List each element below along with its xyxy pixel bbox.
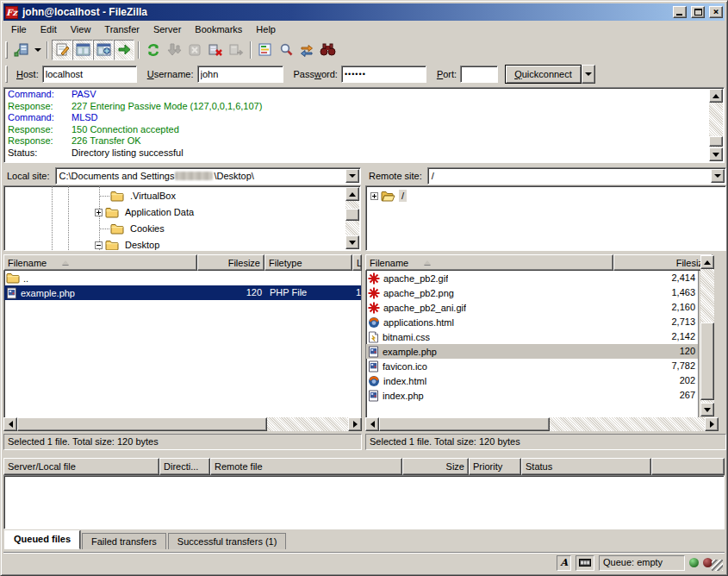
file-row-selected[interactable]: example.php 120 PHP File 1 xyxy=(4,285,361,300)
quickconnect-grip[interactable] xyxy=(5,66,8,83)
filter-button[interactable] xyxy=(255,40,276,60)
remote-path-combo[interactable]: / xyxy=(427,167,726,185)
find-files-button[interactable] xyxy=(317,40,338,60)
minimize-button[interactable] xyxy=(673,6,687,18)
tree-item-virtualbox[interactable]: .VirtualBox xyxy=(99,188,178,203)
menu-view[interactable]: View xyxy=(64,22,98,36)
tab-queued-files[interactable]: Queued files xyxy=(4,530,80,549)
remote-hscrollbar[interactable] xyxy=(365,417,719,431)
file-row[interactable]: favicon.ico 7,782 xyxy=(366,359,698,373)
column-header-priority[interactable]: Priority xyxy=(469,458,521,475)
local-hscrollbar[interactable] xyxy=(3,417,362,431)
disconnect-button[interactable] xyxy=(205,40,226,60)
scroll-left-button[interactable] xyxy=(365,417,379,431)
tree-item-application-data[interactable]: Application Data xyxy=(95,204,196,220)
file-row-selected[interactable]: example.php 120 xyxy=(366,344,698,359)
log-scrollbar-thumb[interactable] xyxy=(709,136,723,147)
column-header-lastmodified[interactable]: L xyxy=(352,254,362,271)
column-header-status[interactable]: Status xyxy=(521,458,651,475)
scroll-up-button[interactable] xyxy=(700,255,714,269)
combo-dropdown-button[interactable] xyxy=(345,169,359,183)
cancel-button[interactable] xyxy=(184,40,205,60)
resize-grip[interactable] xyxy=(712,560,723,571)
username-input[interactable] xyxy=(197,66,283,83)
expand-plus-icon[interactable] xyxy=(370,192,378,200)
file-row[interactable]: bitnami.css 2,142 xyxy=(366,329,698,344)
local-path-combo[interactable]: C:\Documents and Settings\Desktop\ xyxy=(55,167,361,185)
local-site-label: Local site: xyxy=(3,168,55,184)
synchronized-browsing-button[interactable] xyxy=(296,40,317,60)
tree-item-cookies[interactable]: Cookies xyxy=(99,221,167,236)
file-row[interactable]: applications.html 2,713 xyxy=(366,315,698,329)
column-header-size[interactable]: Size xyxy=(402,458,469,475)
site-manager-button[interactable] xyxy=(11,40,32,60)
tree-item-root[interactable]: / xyxy=(370,188,407,203)
host-input[interactable] xyxy=(42,66,137,83)
file-row[interactable]: index.php 267 xyxy=(366,388,698,403)
scroll-down-button[interactable] xyxy=(709,147,723,161)
menu-file[interactable]: File xyxy=(4,22,34,36)
menu-server[interactable]: Server xyxy=(146,22,188,36)
close-button[interactable]: × xyxy=(709,6,723,18)
reconnect-button[interactable] xyxy=(226,40,246,60)
tree-item-desktop[interactable]: Desktop xyxy=(95,237,162,251)
expand-plus-icon[interactable] xyxy=(95,209,103,216)
scroll-right-button[interactable] xyxy=(348,417,362,431)
scroll-left-button[interactable] xyxy=(3,417,17,431)
scroll-right-button[interactable] xyxy=(705,417,719,431)
file-size: 120 xyxy=(614,344,695,359)
remote-vscrollbar[interactable] xyxy=(700,255,714,416)
toggle-log-button[interactable] xyxy=(52,40,72,60)
tab-successful-transfers[interactable]: Successful transfers (1) xyxy=(168,533,287,549)
data-type-indicator[interactable]: A xyxy=(557,555,571,571)
directory-comparison-button[interactable] xyxy=(276,40,296,60)
collapse-minus-icon[interactable] xyxy=(95,241,103,249)
toolbar-grip[interactable] xyxy=(5,41,8,59)
column-header-filesize[interactable]: Filesize xyxy=(613,254,712,271)
toggle-local-tree-button[interactable] xyxy=(72,40,93,60)
message-log: Command:PASV Response:227 Entering Passi… xyxy=(3,87,725,163)
queue-list xyxy=(3,475,725,529)
arrow-right-icon xyxy=(353,421,358,428)
remote-hscrollbar-thumb[interactable] xyxy=(379,417,550,431)
remote-vscrollbar-thumb[interactable] xyxy=(700,322,714,400)
scroll-up-button[interactable] xyxy=(709,89,723,103)
column-header-filetype[interactable]: Filetype xyxy=(264,254,352,271)
ascii-type-icon: A xyxy=(560,557,568,568)
toolbar-separator xyxy=(138,41,140,59)
local-tree-scrollbar-thumb[interactable] xyxy=(345,209,359,221)
speed-limit-indicator[interactable] xyxy=(576,555,594,571)
scroll-down-button[interactable] xyxy=(345,235,359,249)
quickconnect-dropdown-button[interactable] xyxy=(582,65,595,84)
menu-transfer[interactable]: Transfer xyxy=(97,22,146,36)
scroll-up-button[interactable] xyxy=(345,187,359,201)
toggle-queue-button[interactable] xyxy=(114,40,134,60)
scroll-down-button[interactable] xyxy=(700,403,714,416)
menu-bookmarks[interactable]: Bookmarks xyxy=(188,22,249,36)
process-queue-button[interactable] xyxy=(164,40,184,60)
column-header-server-local-file[interactable]: Server/Local file xyxy=(3,458,159,475)
file-row[interactable]: apache_pb2.gif 2,414 xyxy=(366,271,698,285)
site-manager-dropdown-button[interactable] xyxy=(32,40,43,60)
parent-directory-row[interactable]: .. xyxy=(4,271,361,285)
file-row[interactable]: index.html 202 xyxy=(366,373,698,388)
column-header-remote-file[interactable]: Remote file xyxy=(210,458,402,475)
file-row[interactable]: apache_pb2_ani.gif 2,160 xyxy=(366,300,698,315)
toggle-remote-tree-button[interactable] xyxy=(93,40,114,60)
column-header-filename[interactable]: Filename xyxy=(3,254,197,271)
column-header-filesize[interactable]: Filesize xyxy=(197,254,264,271)
menu-edit[interactable]: Edit xyxy=(34,22,64,36)
tab-failed-transfers[interactable]: Failed transfers xyxy=(82,533,166,549)
remote-list-header: Filename Filesize xyxy=(365,254,712,271)
maximize-button[interactable] xyxy=(691,6,705,18)
port-input[interactable] xyxy=(460,66,498,83)
menu-help[interactable]: Help xyxy=(249,22,283,36)
password-input[interactable] xyxy=(341,66,426,83)
file-row[interactable]: apache_pb2.png 1,463 xyxy=(366,285,698,300)
combo-dropdown-button[interactable] xyxy=(711,169,725,183)
column-header-filename[interactable]: Filename xyxy=(365,254,613,271)
local-hscrollbar-thumb[interactable] xyxy=(17,417,267,431)
quickconnect-button[interactable]: Quickconnect xyxy=(505,65,582,84)
refresh-button[interactable] xyxy=(143,40,164,60)
column-header-direction[interactable]: Directi... xyxy=(159,458,210,475)
